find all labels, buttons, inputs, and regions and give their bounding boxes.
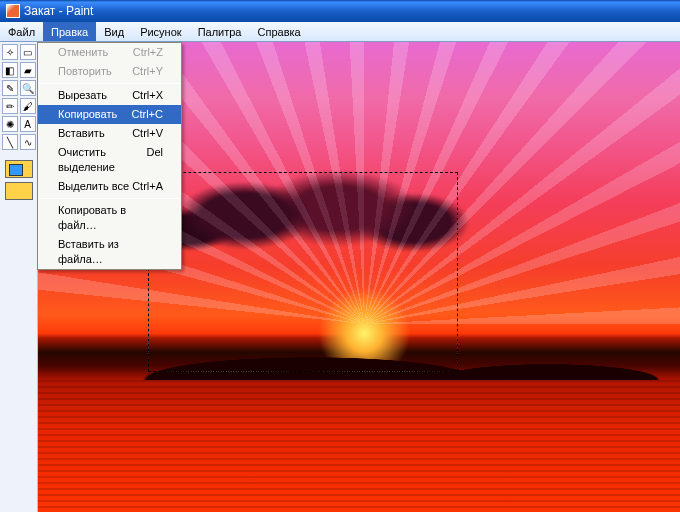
- menubar: Файл Правка Вид Рисунок Палитра Справка: [0, 22, 680, 42]
- window: Закат - Paint Файл Правка Вид Рисунок Па…: [0, 0, 680, 512]
- menu-colors[interactable]: Палитра: [190, 22, 250, 41]
- separator: [39, 198, 180, 199]
- menu-paste-shortcut: Ctrl+V: [132, 126, 163, 141]
- menu-view[interactable]: Вид: [96, 22, 132, 41]
- menu-pastefromfile-label: Вставить из файла…: [58, 237, 163, 267]
- tool-pencil[interactable]: ✏: [2, 98, 18, 114]
- menu-copy-shortcut: Ctrl+C: [132, 107, 163, 122]
- menu-cut-shortcut: Ctrl+X: [132, 88, 163, 103]
- menu-clear-selection[interactable]: Очистить выделение Del: [38, 143, 181, 177]
- color-swatch-primary[interactable]: [5, 160, 33, 178]
- titlebar: Закат - Paint: [0, 0, 680, 22]
- tool-fill[interactable]: ▰: [20, 62, 36, 78]
- menu-paste-from-file[interactable]: Вставить из файла…: [38, 235, 181, 269]
- menu-paste[interactable]: Вставить Ctrl+V: [38, 124, 181, 143]
- tool-free-select[interactable]: ✧: [2, 44, 18, 60]
- color-swatch-secondary[interactable]: [5, 182, 33, 200]
- tool-magnify[interactable]: 🔍: [20, 80, 36, 96]
- menu-select-all[interactable]: Выделить все Ctrl+A: [38, 177, 181, 196]
- menu-copy-to-file[interactable]: Копировать в файл…: [38, 201, 181, 235]
- menu-file[interactable]: Файл: [0, 22, 43, 41]
- menu-selectall-shortcut: Ctrl+A: [132, 179, 163, 194]
- menu-image[interactable]: Рисунок: [132, 22, 190, 41]
- menu-copytofile-label: Копировать в файл…: [58, 203, 163, 233]
- window-title: Закат - Paint: [24, 0, 93, 22]
- menu-cut-label: Вырезать: [58, 88, 107, 103]
- tool-brush[interactable]: 🖌: [20, 98, 36, 114]
- tool-text[interactable]: A: [20, 116, 36, 132]
- menu-cut[interactable]: Вырезать Ctrl+X: [38, 86, 181, 105]
- tool-eraser[interactable]: ◧: [2, 62, 18, 78]
- menu-undo[interactable]: Отменить Ctrl+Z: [38, 43, 181, 62]
- menu-clear-shortcut: Del: [146, 145, 163, 175]
- tool-curve[interactable]: ∿: [20, 134, 36, 150]
- app-icon: [6, 4, 20, 18]
- menu-undo-label: Отменить: [58, 45, 108, 60]
- menu-redo-shortcut: Ctrl+Y: [132, 64, 163, 79]
- menu-undo-shortcut: Ctrl+Z: [133, 45, 163, 60]
- menu-help[interactable]: Справка: [250, 22, 309, 41]
- tool-line[interactable]: ╲: [2, 134, 18, 150]
- menu-redo[interactable]: Повторить Ctrl+Y: [38, 62, 181, 81]
- menu-clear-label: Очистить выделение: [58, 145, 146, 175]
- separator: [39, 83, 180, 84]
- menu-edit[interactable]: Правка: [43, 22, 96, 41]
- menu-redo-label: Повторить: [58, 64, 112, 79]
- tool-rect-select[interactable]: ▭: [20, 44, 36, 60]
- menu-copy-label: Копировать: [58, 107, 117, 122]
- color-selector[interactable]: [5, 160, 33, 204]
- menu-paste-label: Вставить: [58, 126, 105, 141]
- tool-picker[interactable]: ✎: [2, 80, 18, 96]
- selection-marquee[interactable]: [148, 172, 458, 372]
- image-water: [38, 380, 680, 512]
- edit-dropdown: Отменить Ctrl+Z Повторить Ctrl+Y Вырезат…: [37, 42, 182, 270]
- tool-airbrush[interactable]: ✺: [2, 116, 18, 132]
- menu-selectall-label: Выделить все: [58, 179, 129, 194]
- toolbox: ✧▭ ◧▰ ✎🔍 ✏🖌 ✺A ╲∿: [0, 42, 38, 512]
- menu-copy[interactable]: Копировать Ctrl+C: [38, 105, 181, 124]
